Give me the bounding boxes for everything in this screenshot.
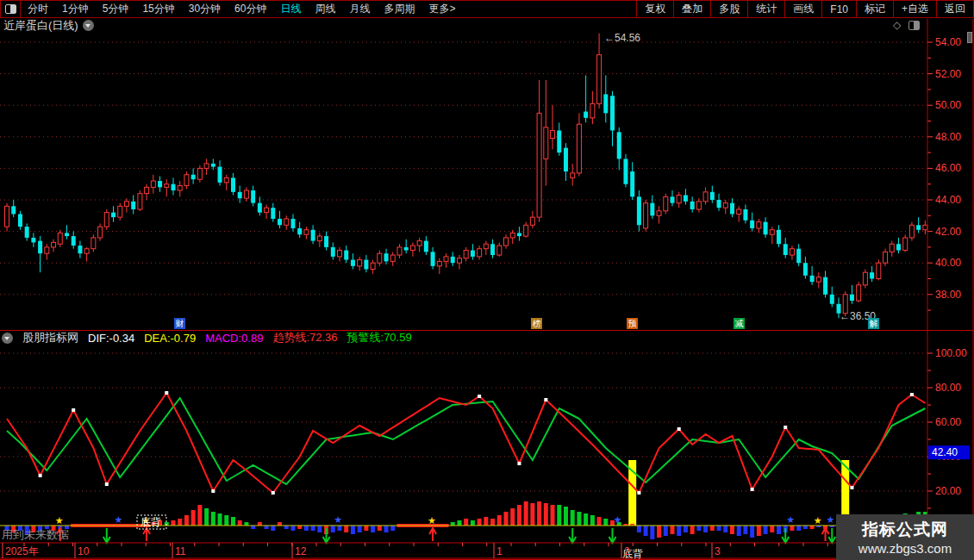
window-split-icon xyxy=(5,4,16,14)
svg-text:48.00: 48.00 xyxy=(935,131,961,143)
turn-marker xyxy=(165,391,168,395)
layout-toggle-icon[interactable] xyxy=(1,1,21,17)
down-arrow-icon xyxy=(103,528,110,543)
turn-marker xyxy=(478,395,481,398)
turn-marker xyxy=(677,427,681,431)
chevron-down-icon[interactable] xyxy=(83,20,94,31)
button-多股[interactable]: 多股 xyxy=(710,1,747,17)
indicator-value: 股朋指标网 xyxy=(22,330,78,345)
month-label: 10 xyxy=(78,545,90,557)
button-画线[interactable]: 画线 xyxy=(784,1,821,17)
logo-title: 指标公式网 xyxy=(862,519,948,541)
button-F10[interactable]: F10 xyxy=(821,1,856,17)
up-arrow-icon xyxy=(822,528,829,541)
down-arrow-icon xyxy=(569,528,576,543)
turn-marker xyxy=(105,482,109,486)
svg-text:42.00: 42.00 xyxy=(935,226,961,238)
down-arrow-icon xyxy=(609,528,616,543)
down-arrow-icon xyxy=(828,528,835,543)
indicator-axis: 20.0040.0060.0080.00100.00 xyxy=(927,347,967,508)
indicator-pane[interactable]: ★★★★★★★★★底背底背2025年10111212320.0040.0060.… xyxy=(0,330,974,560)
tab-1分钟[interactable]: 1分钟 xyxy=(55,2,96,16)
turn-marker xyxy=(517,462,521,465)
svg-text:44.00: 44.00 xyxy=(935,194,961,206)
svg-text:54.00: 54.00 xyxy=(935,36,961,48)
month-label: 11 xyxy=(175,545,186,557)
yellow-star-icon: ★ xyxy=(814,515,822,526)
indicator-value: MACD:0.89 xyxy=(205,332,263,345)
tab-更多>[interactable]: 更多> xyxy=(421,2,462,16)
tab-30分钟[interactable]: 30分钟 xyxy=(182,2,228,16)
button-复权[interactable]: 复权 xyxy=(636,1,673,17)
month-label: 1 xyxy=(496,545,503,557)
toolbar-right-buttons: 复权叠加多股统计画线F10标记+自选返回 xyxy=(636,1,973,17)
svg-text:52.00: 52.00 xyxy=(935,68,961,80)
price-annotation: ←54.56 xyxy=(604,32,640,44)
indicator-value: 趋势线:72.36 xyxy=(272,330,337,345)
turn-marker xyxy=(751,488,754,491)
title-right-icons: ◇ xyxy=(893,20,920,31)
button-统计[interactable]: 统计 xyxy=(747,1,784,17)
month-label: 12 xyxy=(295,545,307,557)
scrollbar-handle[interactable] xyxy=(967,32,972,43)
toolbar: 分时1分钟5分钟15分钟30分钟60分钟日线周线月线多周期更多> 复权叠加多股统… xyxy=(0,0,974,18)
warning-line xyxy=(7,398,925,484)
price-axis: 38.0040.0042.0044.0046.0048.0050.0052.00… xyxy=(927,36,961,310)
turn-marker xyxy=(910,393,914,396)
blue-star-icon: ★ xyxy=(334,514,342,525)
tab-日线[interactable]: 日线 xyxy=(273,2,308,16)
panel-icon[interactable] xyxy=(908,21,920,30)
turn-marker xyxy=(784,426,787,429)
title-bar: 近岸蛋白(日线) xyxy=(0,19,922,32)
yellow-star-icon: ★ xyxy=(55,515,64,526)
future-data-warning: 用到未来数据 xyxy=(2,527,69,543)
current-value-text: 42.40 xyxy=(932,446,958,458)
turn-marker xyxy=(272,491,275,495)
month-label: 3 xyxy=(715,545,721,557)
indicator-gridlines xyxy=(0,353,927,491)
event-badge[interactable]: 预 xyxy=(627,318,638,329)
svg-text:20.00: 20.00 xyxy=(935,485,961,497)
turn-marker xyxy=(211,489,215,493)
blue-star-icon: ★ xyxy=(827,514,835,525)
svg-text:60.00: 60.00 xyxy=(935,416,961,428)
symbol-title: 近岸蛋白(日线) xyxy=(3,18,78,34)
diamond-icon[interactable]: ◇ xyxy=(893,20,901,31)
turn-marker xyxy=(850,486,853,489)
indicator-value: DIF:-0.34 xyxy=(88,332,134,345)
indicator-value: 预警线:70.59 xyxy=(347,330,412,345)
tab-多周期[interactable]: 多周期 xyxy=(377,2,421,16)
indicator-chevron-icon[interactable] xyxy=(2,333,13,344)
tab-15分钟[interactable]: 15分钟 xyxy=(135,2,181,16)
event-badge[interactable]: 榜 xyxy=(531,318,542,329)
tab-周线[interactable]: 周线 xyxy=(308,2,342,16)
event-badge[interactable]: 减 xyxy=(734,318,745,329)
tab-分时[interactable]: 分时 xyxy=(21,2,55,16)
tab-5分钟[interactable]: 5分钟 xyxy=(96,2,136,16)
month-label: 2025年 xyxy=(5,545,39,557)
tab-月线[interactable]: 月线 xyxy=(342,2,377,16)
svg-text:80.00: 80.00 xyxy=(935,382,961,394)
svg-text:100.00: 100.00 xyxy=(935,347,967,359)
yellow-star-icon: ★ xyxy=(428,515,436,526)
svg-text:38.00: 38.00 xyxy=(935,289,961,301)
tab-60分钟[interactable]: 60分钟 xyxy=(228,2,273,16)
button-标记[interactable]: 标记 xyxy=(856,1,893,17)
divergence-label: 底背 xyxy=(140,516,161,528)
button-返回[interactable]: 返回 xyxy=(936,1,973,17)
main-candlestick-chart[interactable]: ←54.56←36.5038.0040.0042.0044.0046.0048.… xyxy=(0,19,974,330)
svg-text:40.00: 40.00 xyxy=(935,257,961,269)
svg-text:46.00: 46.00 xyxy=(935,162,961,174)
turn-marker xyxy=(39,474,42,477)
watermark-logo: 指标公式网 www.zbgs3.com xyxy=(836,514,974,560)
indicator-value: DEA:-0.79 xyxy=(144,332,196,345)
button-叠加[interactable]: 叠加 xyxy=(673,1,710,17)
button-+自选[interactable]: +自选 xyxy=(893,1,936,17)
event-badge[interactable]: 解 xyxy=(868,318,879,329)
event-badge[interactable]: 财 xyxy=(174,318,185,329)
up-arrow-icon xyxy=(429,528,436,541)
svg-text:50.00: 50.00 xyxy=(935,99,961,111)
up-arrow-icon xyxy=(143,528,150,541)
blue-star-icon: ★ xyxy=(115,514,123,525)
turn-marker xyxy=(637,491,640,495)
